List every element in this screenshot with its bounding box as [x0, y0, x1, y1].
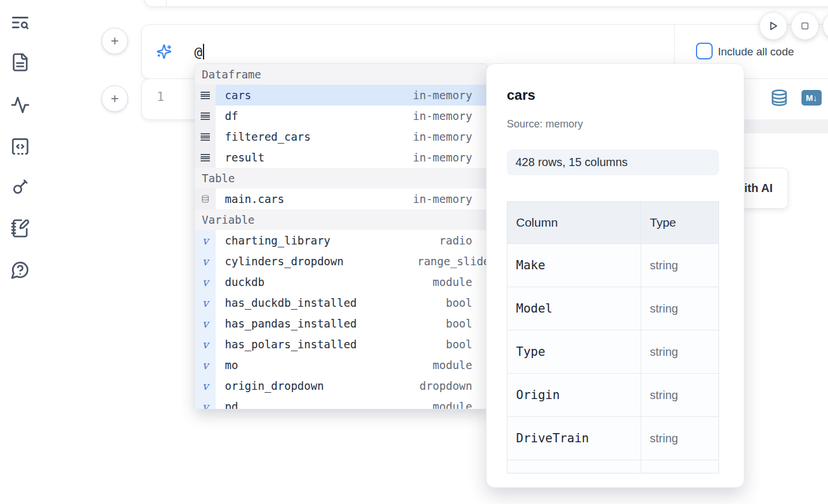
add-cell-button-bottom[interactable]: +: [101, 85, 128, 112]
stop-button[interactable]: [791, 12, 819, 40]
section-label: Dataframe: [202, 68, 261, 81]
variable-icon: v: [202, 401, 209, 410]
autocomplete-item-result[interactable]: result in-memory: [195, 147, 487, 168]
dataframe-icon: [201, 133, 210, 141]
column-header: Column: [507, 202, 641, 243]
cell-gutter-divider: [166, 0, 167, 6]
shape-badge: 428 rows, 15 columns: [507, 149, 719, 175]
section-label: Variable: [202, 213, 255, 226]
variable-icon: v: [202, 277, 209, 288]
dataframe-preview-panel: cars Source: memory 428 rows, 15 columns…: [486, 63, 744, 488]
key-icon[interactable]: [10, 177, 31, 198]
autocomplete-section-variable: Variable: [195, 209, 487, 230]
left-sidebar: [0, 0, 42, 504]
variable-icon: v: [202, 318, 209, 329]
schema-table: Column Type Make string Model string Typ…: [507, 201, 719, 473]
dataframe-icon: [201, 92, 210, 99]
include-all-code-checkbox[interactable]: [696, 43, 713, 59]
schema-row: DriveTrain string: [507, 416, 718, 460]
notebook-pen-icon[interactable]: [10, 219, 31, 239]
autocomplete-item-pd-clipped[interactable]: v pd module: [195, 396, 487, 409]
preview-title: cars: [507, 87, 535, 103]
text-search-icon[interactable]: [10, 13, 31, 33]
markdown-export-icon[interactable]: M↓: [801, 90, 822, 106]
autocomplete-item-cars[interactable]: cars in-memory: [195, 85, 487, 106]
schema-row: Origin string: [507, 373, 718, 416]
schema-row: Make string: [507, 243, 718, 287]
file-text-icon[interactable]: [10, 52, 31, 73]
variable-icon: v: [202, 298, 209, 309]
autocomplete-item-charting-library[interactable]: v charting_library radio: [195, 230, 487, 251]
autocomplete-item-filtered-cars[interactable]: filtered_cars in-memory: [195, 126, 487, 147]
schema-row: Type string: [507, 330, 718, 373]
code-square-icon[interactable]: [10, 137, 31, 157]
variable-icon: v: [202, 235, 209, 246]
variable-icon: v: [202, 381, 209, 392]
autocomplete-popup: Dataframe cars in-memory df in-memory fi…: [194, 63, 488, 409]
schema-row-partial: [507, 460, 718, 473]
variable-icon: v: [202, 256, 209, 267]
variable-icon: v: [202, 339, 209, 350]
type-header: Type: [641, 202, 718, 243]
ai-prompt-value: @: [194, 44, 202, 59]
stop-icon: [800, 21, 810, 31]
add-cell-button-top[interactable]: +: [101, 28, 128, 54]
autocomplete-item-has-duckdb-installed[interactable]: v has_duckdb_installed bool: [195, 292, 487, 313]
schema-row: Model string: [507, 287, 718, 330]
previous-cell-partial: [144, 0, 828, 7]
dataframe-icon: [201, 154, 210, 161]
variable-icon: v: [202, 360, 209, 371]
section-label: Table: [202, 172, 235, 185]
autocomplete-item-has-polars-installed[interactable]: v has_polars_installed bool: [195, 334, 487, 355]
schema-table-header: Column Type: [507, 202, 718, 243]
database-output-icon[interactable]: [770, 88, 788, 107]
autocomplete-item-df[interactable]: df in-memory: [195, 106, 487, 126]
autocomplete-section-dataframe: Dataframe: [195, 64, 487, 85]
run-button[interactable]: [759, 12, 787, 40]
autocomplete-item-mo[interactable]: v mo module: [195, 355, 487, 375]
preview-source: Source: memory: [507, 118, 583, 130]
play-icon: [767, 20, 779, 32]
autocomplete-item-has-pandas-installed[interactable]: v has_pandas_installed bool: [195, 313, 487, 334]
ai-prompt-input[interactable]: @: [194, 44, 204, 59]
autocomplete-item-duckdb[interactable]: v duckdb module: [195, 272, 487, 292]
autocomplete-item-main-cars[interactable]: main.cars in-memory: [195, 189, 487, 209]
help-chat-icon[interactable]: [10, 260, 31, 281]
include-all-code-label[interactable]: Include all code: [718, 46, 794, 58]
line-number: 1: [157, 90, 164, 104]
sparkles-icon: [156, 44, 172, 59]
table-database-icon: [201, 194, 210, 204]
autocomplete-section-table: Table: [195, 168, 487, 189]
text-caret: [203, 44, 204, 59]
activity-icon[interactable]: [10, 95, 31, 116]
dataframe-icon: [201, 112, 210, 120]
autocomplete-item-origin-dropdown[interactable]: v origin_dropdown dropdown: [195, 375, 487, 396]
autocomplete-item-cylinders-dropdown[interactable]: v cylinders_dropdown range_slider: [195, 251, 487, 272]
